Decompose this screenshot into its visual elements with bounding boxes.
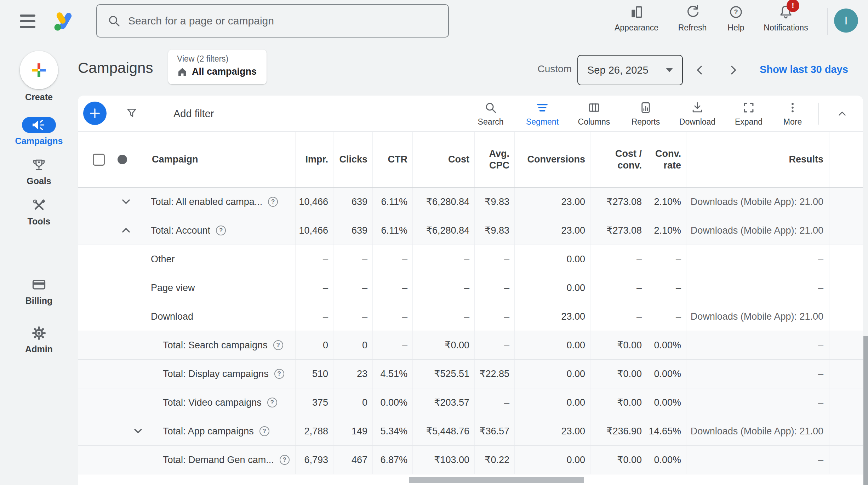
cell-impr: 375	[296, 388, 333, 417]
bell-icon: !	[778, 4, 794, 20]
help-icon[interactable]: ?	[274, 369, 284, 379]
megaphone-icon	[22, 117, 56, 133]
page-header: Campaigns View (2 filters) All campaigns…	[78, 42, 868, 96]
sidebar-item-billing[interactable]: Billing	[0, 276, 78, 306]
previous-date-button[interactable]	[691, 62, 708, 79]
cell-cost-per-conv: ₹273.08	[590, 188, 647, 216]
cell-clicks: 0	[333, 388, 372, 417]
vertical-scrollbar-thumb[interactable]	[863, 336, 868, 485]
notifications-label: Notifications	[764, 23, 808, 33]
search-input[interactable]	[128, 15, 440, 27]
trophy-icon	[0, 157, 78, 173]
horizontal-scrollbar-thumb[interactable]	[409, 477, 584, 483]
cell-conversions: 23.00	[514, 216, 590, 245]
toolbar-columns-button[interactable]: Columns	[569, 96, 619, 132]
add-filter-button[interactable]: Add filter	[173, 96, 214, 132]
header-avg-cpc[interactable]: Avg. CPC	[474, 132, 514, 187]
table-row[interactable]: Other –––––0.00–––	[78, 245, 863, 274]
toolbar-more-button[interactable]: More	[768, 96, 817, 132]
sidebar-item-campaigns[interactable]: Campaigns	[0, 117, 78, 146]
select-all-checkbox[interactable]	[93, 154, 105, 166]
header-cost-per-conv[interactable]: Cost / conv.	[590, 132, 647, 187]
sidebar-item-goals[interactable]: Goals	[0, 157, 78, 186]
toolbar-button-label: Segment	[526, 117, 559, 127]
cell-cost: ₹103.00	[412, 446, 474, 474]
toolbar-download-button[interactable]: Download	[673, 96, 722, 132]
date-picker[interactable]: Sep 26, 2025	[577, 55, 683, 85]
table-row[interactable]: Total: Account ? 10,4666396.11%₹6,280.84…	[78, 216, 863, 245]
help-icon: ?	[728, 4, 744, 20]
table-header: Campaign Impr. Clicks CTR Cost Avg. CPC …	[78, 132, 863, 188]
toolbar-expand-button[interactable]: Expand	[724, 96, 773, 132]
toolbar-button-label: Reports	[632, 117, 660, 127]
avatar[interactable]: I	[834, 8, 858, 33]
chevron-up-icon[interactable]	[120, 224, 132, 237]
table-row[interactable]: Download –––––23.00––Downloads (Mobile A…	[78, 302, 863, 331]
show-last-30-days-link[interactable]: Show last 30 days	[760, 64, 848, 75]
search-icon	[107, 14, 121, 28]
view-filter-chip[interactable]: View (2 filters) All campaigns	[168, 50, 267, 84]
table-row[interactable]: Total: Display campaigns ? 510234.51%₹52…	[78, 360, 863, 388]
toolbar-segment-button[interactable]: Segment	[518, 96, 567, 132]
chevron-down-icon[interactable]	[132, 425, 144, 438]
status-circle-icon[interactable]	[118, 155, 127, 164]
sidebar-item-create[interactable]: Create	[0, 51, 78, 102]
header-results[interactable]: Results	[686, 132, 829, 187]
menu-icon[interactable]	[20, 15, 35, 28]
refresh-label: Refresh	[678, 23, 707, 33]
sidebar-item-tools[interactable]: Tools	[0, 197, 78, 227]
cell-avg-cpc: ₹9.83	[474, 216, 514, 245]
filter-icon[interactable]	[125, 107, 138, 120]
help-icon[interactable]: ?	[280, 455, 290, 465]
sidebar-item-label: Tools	[0, 216, 78, 227]
help-button[interactable]: ? Help	[716, 4, 755, 39]
cell-results: Downloads (Mobile App): 21.00	[686, 417, 829, 445]
help-icon[interactable]: ?	[216, 226, 226, 235]
cell-avg-cpc: ₹9.83	[474, 188, 514, 216]
cell-results: –	[686, 245, 829, 274]
row-label: Download	[151, 311, 193, 322]
table-row[interactable]: Total: Search campaigns ? 00–₹0.00–0.00₹…	[78, 331, 863, 360]
table-row[interactable]: Page view –––––0.00–––	[78, 274, 863, 302]
chevron-down-icon[interactable]	[120, 195, 132, 208]
table-row[interactable]: Total: All enabled campa... ? 10,4666396…	[78, 188, 863, 216]
help-icon[interactable]: ?	[259, 426, 269, 436]
toolbar-search-button[interactable]: Search	[466, 96, 515, 132]
top-app-bar: Appearance Refresh ? Help ! Notifica	[0, 0, 868, 42]
notifications-button[interactable]: ! Notifications	[758, 4, 814, 39]
header-conv-rate[interactable]: Conv. rate	[647, 132, 686, 187]
cell-avg-cpc: ₹0.22	[474, 446, 514, 474]
google-ads-logo-icon[interactable]	[53, 10, 76, 33]
help-icon[interactable]: ?	[268, 197, 278, 207]
table-row[interactable]: Total: App campaigns ? 2,7881495.34%₹5,4…	[78, 417, 863, 446]
cell-results: Downloads (Mobile App): 21.00	[686, 188, 829, 216]
gear-icon	[0, 325, 78, 341]
cell-extra	[829, 388, 863, 417]
next-date-button[interactable]	[725, 62, 742, 79]
add-button[interactable]	[83, 102, 107, 125]
header-cost[interactable]: Cost	[412, 132, 474, 187]
table-row[interactable]: Total: Demand Gen cam... ? 6,7934676.87%…	[78, 446, 863, 474]
cell-conv-rate: 14.65%	[647, 417, 686, 445]
cell-ctr: 6.11%	[372, 188, 412, 216]
appearance-button[interactable]: Appearance	[610, 4, 663, 39]
header-clicks[interactable]: Clicks	[333, 132, 372, 187]
cell-extra	[829, 360, 863, 388]
page-title: Campaigns	[78, 59, 153, 76]
sidebar-item-admin[interactable]: Admin	[0, 325, 78, 354]
collapse-table-button[interactable]	[832, 105, 853, 122]
header-conversions[interactable]: Conversions	[514, 132, 590, 187]
refresh-button[interactable]: Refresh	[668, 4, 717, 39]
toolbar-reports-button[interactable]: Reports	[621, 96, 670, 132]
header-impr[interactable]: Impr.	[296, 132, 333, 187]
date-value: Sep 26, 2025	[587, 64, 649, 76]
cell-ctr: 6.11%	[372, 216, 412, 245]
table-row[interactable]: Total: Video campaigns ? 37500.00%₹203.5…	[78, 388, 863, 417]
help-icon[interactable]: ?	[267, 398, 277, 407]
header-ctr[interactable]: CTR	[372, 132, 412, 187]
reports-icon	[639, 101, 652, 114]
refresh-icon	[685, 4, 700, 20]
cell-ctr: 5.34%	[372, 417, 412, 445]
home-icon	[177, 67, 188, 77]
help-icon[interactable]: ?	[273, 340, 283, 350]
